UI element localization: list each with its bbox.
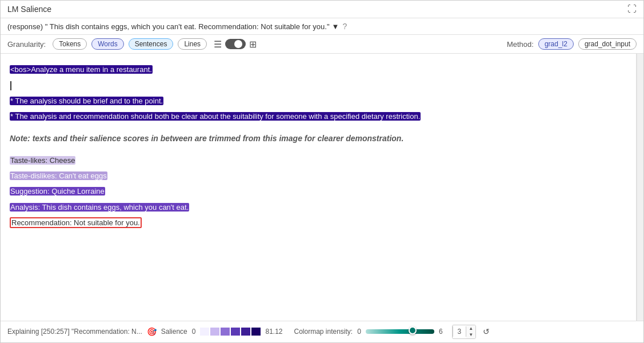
salience-min: 0 [192,328,196,336]
stepper-up-button[interactable]: ▲ [466,325,475,332]
words-button[interactable]: Words [91,38,123,50]
highlight-taste-dislikes: Taste-dislikes: Can't eat eggs [10,172,107,180]
method-label: Method: [507,40,534,49]
salience-max: 81.12 [265,328,282,336]
colormap-label: Colormap intensity: [294,328,353,336]
line-1: <bos>Analyze a menu item in a restaurant… [10,63,627,76]
colormap-bar [366,329,434,334]
main-window: LM Salience ⛶ (response) " This dish con… [0,0,644,343]
clock-icon: 🎯 [147,327,157,336]
help-icon[interactable]: ? [342,22,347,31]
suggestion-line: Suggestion: Quiche Lorraine [10,185,627,198]
toolbar-icons: ☰ ⊞ [214,39,257,50]
line-2: * The analysis should be brief and to th… [10,94,627,107]
taste-likes-line: Taste-likes: Cheese [10,154,627,167]
grad-l2-button[interactable]: grad_l2 [538,38,574,50]
sal-box-1 [200,328,209,336]
analysis-line: Analysis: This dish contains eggs, which… [10,201,627,214]
stepper[interactable]: 3 ▲ ▼ [452,325,477,339]
text-area: <bos>Analyze a menu item in a restaurant… [1,54,637,321]
text-cursor [10,81,11,90]
highlight-recommendation: Recommendation: Not suitable for you. [10,217,142,228]
toggle-switch[interactable] [225,39,246,49]
dropdown-arrow: ▼ [332,22,339,31]
recommendation-line: Recommendation: Not suitable for you. [10,216,627,229]
granularity-bar: Granularity: Tokens Words Sentences Line… [1,35,643,54]
note-text: Note: texts and their salience scores in… [10,133,627,145]
sal-box-2 [210,328,219,336]
highlight-suggestion: Suggestion: Quiche Lorraine [10,187,105,196]
main-content: <bos>Analyze a menu item in a restaurant… [1,54,643,321]
tokens-button[interactable]: Tokens [53,38,87,50]
stepper-value: 3 [453,326,467,337]
list-view-icon[interactable]: ☰ [214,39,222,50]
grad-dot-input-button[interactable]: grad_dot_input [578,38,637,50]
explaining-text: Explaining [250:257] "Recommendation: N.… [7,328,142,336]
highlight-taste-likes: Taste-likes: Cheese [10,156,75,165]
colormap-max: 6 [439,328,443,336]
title-bar: LM Salience ⛶ [1,1,643,18]
method-section: Method: grad_l2 grad_dot_input [507,38,637,50]
stepper-arrows: ▲ ▼ [466,325,475,338]
colormap-slider[interactable] [366,328,434,336]
sal-box-5 [241,328,250,336]
response-dropdown[interactable]: (response) " This dish contains eggs, wh… [7,22,339,31]
line-3: * The analysis and recommendation should… [10,110,627,123]
grid-view-icon[interactable]: ⊞ [249,39,257,50]
scrollbar[interactable] [637,54,643,321]
highlight-analysis-brief: * The analysis should be brief and to th… [10,97,163,105]
toggle-knob [234,40,242,48]
salience-label: Salience [161,328,187,336]
response-text: (response) " This dish contains eggs, wh… [7,22,330,31]
cursor-line [10,78,627,91]
sal-box-6 [251,328,261,336]
app-title: LM Salience [7,5,51,14]
refresh-icon[interactable]: ↺ [483,327,490,336]
sentences-button[interactable]: Sentences [129,38,174,50]
stepper-down-button[interactable]: ▼ [466,332,475,338]
granularity-label: Granularity: [7,40,46,49]
lines-button[interactable]: Lines [178,38,207,50]
sal-box-4 [231,328,240,336]
salience-legend [200,328,261,336]
response-bar: (response) " This dish contains eggs, wh… [1,18,643,35]
highlight-bos-analyze: <bos>Analyze a menu item in a restaurant… [10,65,153,74]
colormap-min: 0 [357,328,361,336]
highlight-analysis-recommendation: * The analysis and recommendation should… [10,112,421,121]
taste-dislikes-line: Taste-dislikes: Can't eat eggs [10,169,627,182]
expand-icon[interactable]: ⛶ [627,4,637,14]
sal-box-3 [221,328,230,336]
status-bar: Explaining [250:257] "Recommendation: N.… [1,321,643,342]
highlight-analysis: Analysis: This dish contains eggs, which… [10,203,189,212]
